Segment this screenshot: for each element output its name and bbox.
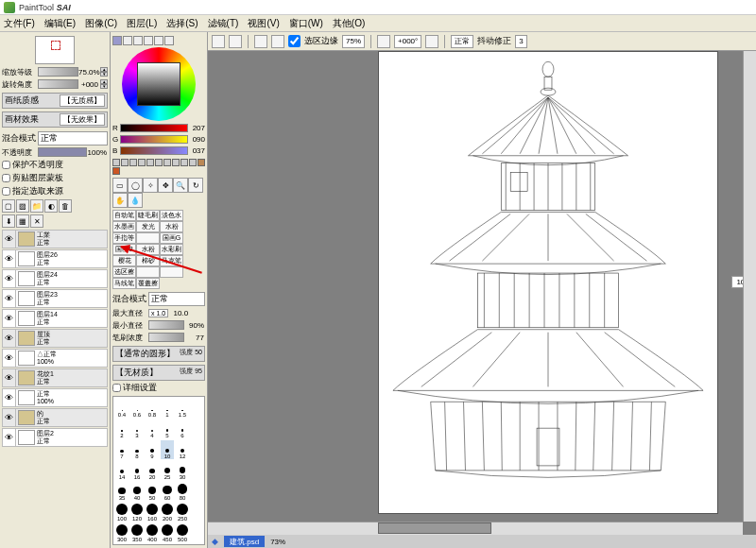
- new-vector-layer-button[interactable]: ▨: [16, 199, 29, 213]
- density-slider[interactable]: 笔刷浓度 77: [112, 332, 205, 343]
- navigator-thumbnail[interactable]: [35, 36, 75, 64]
- brush-preset[interactable]: 淡色水: [160, 210, 183, 221]
- v-scrollbar[interactable]: [743, 51, 756, 522]
- merge-down-button[interactable]: ⬇: [2, 214, 15, 228]
- brush-size-cell[interactable]: 120: [130, 503, 144, 522]
- visibility-icon[interactable]: 👁: [3, 369, 16, 386]
- min-size-slider[interactable]: 最小直径 90%: [112, 319, 205, 331]
- brush-preset[interactable]: [160, 266, 183, 278]
- brush-size-cell[interactable]: 350: [130, 523, 144, 542]
- brush-size-cell[interactable]: 500: [176, 523, 189, 542]
- swatches[interactable]: [112, 159, 205, 175]
- brush-size-cell[interactable]: 100: [115, 503, 129, 522]
- brush-preset[interactable]: 樱花: [112, 255, 136, 266]
- brush-size-cell[interactable]: 20: [146, 461, 159, 480]
- visibility-icon[interactable]: 👁: [3, 250, 16, 267]
- brush-size-cell[interactable]: 1.5: [176, 399, 189, 418]
- paper-texture-row[interactable]: 画纸质感 【无质感】: [2, 93, 108, 109]
- layer-item[interactable]: 👁花纹1正常: [2, 368, 108, 387]
- new-folder-button[interactable]: 📁: [30, 199, 43, 213]
- rotate-tool[interactable]: ↻: [188, 178, 203, 193]
- wand-tool[interactable]: ✧: [143, 178, 158, 193]
- brush-size-cell[interactable]: 60: [161, 482, 174, 501]
- brush-size-cell[interactable]: 1: [161, 399, 174, 418]
- visibility-icon[interactable]: 👁: [3, 330, 16, 347]
- layer-item[interactable]: 👁△正常100%: [2, 349, 108, 368]
- clip-mask-checkbox[interactable]: 剪贴图层蒙板: [2, 172, 108, 184]
- angle-field[interactable]: +000°: [394, 35, 421, 48]
- brush-size-cell[interactable]: 25: [161, 461, 174, 480]
- canvas[interactable]: [378, 51, 718, 514]
- brush-size-cell[interactable]: 5: [161, 420, 174, 438]
- brush-size-cell[interactable]: 9: [146, 440, 159, 459]
- brush-size-cell[interactable]: 160: [146, 503, 159, 522]
- layer-item[interactable]: 👁图层24正常: [2, 269, 108, 288]
- new-layer-button[interactable]: ▢: [2, 199, 15, 213]
- brush-size-cell[interactable]: 50: [146, 482, 159, 501]
- visibility-icon[interactable]: 👁: [3, 231, 16, 248]
- brush-size-cell[interactable]: 2: [115, 420, 129, 438]
- color-tab-4[interactable]: [144, 36, 153, 45]
- delete-layer-button[interactable]: 🗑: [59, 199, 72, 213]
- brush-size-cell[interactable]: 40: [130, 482, 144, 501]
- brush-preset[interactable]: 水粉: [160, 221, 183, 232]
- visibility-icon[interactable]: 👁: [3, 270, 16, 287]
- lasso-tool[interactable]: ◯: [128, 178, 143, 193]
- g-slider[interactable]: G090: [112, 134, 205, 145]
- brush-preset[interactable]: 国画G: [160, 232, 183, 244]
- sel-edge-value[interactable]: 75%: [342, 35, 365, 48]
- brush-size-cell[interactable]: 6: [176, 420, 189, 438]
- select-source-checkbox[interactable]: 指定选取来源: [2, 185, 108, 197]
- layer-item[interactable]: 👁图层23正常: [2, 289, 108, 308]
- mask-button[interactable]: ◐: [44, 199, 58, 213]
- layer-item[interactable]: 👁图层2正常: [2, 428, 108, 447]
- flatten-button[interactable]: ▦: [16, 214, 29, 228]
- brush-size-cell[interactable]: 0.4: [115, 399, 129, 418]
- visibility-icon[interactable]: 👁: [3, 409, 16, 426]
- color-tab-2[interactable]: [123, 36, 132, 45]
- menu-select[interactable]: 选择(S): [166, 17, 198, 30]
- menu-layer[interactable]: 图层(L): [127, 17, 157, 30]
- menu-filter[interactable]: 滤镜(T): [208, 17, 239, 30]
- b-slider[interactable]: B037: [112, 146, 205, 156]
- flip-h-button[interactable]: [377, 35, 390, 48]
- canvas-mode[interactable]: 正常: [451, 35, 473, 48]
- brush-size-cell[interactable]: 0.8: [146, 399, 159, 418]
- menu-window[interactable]: 窗口(W): [289, 17, 323, 30]
- brush-preset[interactable]: 覆盖擦: [136, 278, 160, 289]
- brush-size-cell[interactable]: 16: [130, 461, 144, 480]
- brush-blend-row[interactable]: 混合模式 正常: [112, 292, 205, 306]
- brush-preset[interactable]: 自动笔: [112, 210, 136, 221]
- brush-preset[interactable]: 睫毛刷: [136, 210, 160, 221]
- paper-effect-row[interactable]: 画材效果 【无效果】: [2, 111, 108, 128]
- color-tab-5[interactable]: [154, 36, 163, 45]
- brush-size-cell[interactable]: 3: [130, 420, 144, 438]
- brush-preset[interactable]: 水墨画: [112, 221, 136, 232]
- menu-other[interactable]: 其他(O): [333, 17, 365, 30]
- color-tab-3[interactable]: [133, 36, 143, 45]
- visibility-icon[interactable]: 👁: [3, 350, 16, 367]
- invert-button[interactable]: [271, 35, 284, 48]
- brush-size-cell[interactable]: 80: [176, 482, 189, 501]
- brush-size-cell[interactable]: 400: [146, 523, 159, 542]
- undo-button[interactable]: [212, 35, 225, 48]
- brush-size-cell[interactable]: 30: [176, 461, 189, 480]
- brush-size-cell[interactable]: 14: [115, 461, 129, 480]
- redo-button[interactable]: [229, 35, 242, 48]
- brush-size-cell[interactable]: 4: [146, 420, 159, 438]
- detail-checkbox[interactable]: 详细设置: [112, 382, 205, 394]
- brush-size-cell[interactable]: 300: [115, 523, 129, 542]
- brush-size-cell[interactable]: 10: [161, 440, 174, 459]
- layer-item[interactable]: 👁工業正常: [2, 230, 108, 248]
- rotate-slider[interactable]: 旋转角度 +000 ▴▾: [2, 78, 108, 90]
- brush-size-cell[interactable]: 450: [161, 523, 174, 542]
- zoom-tool[interactable]: 🔍: [173, 178, 188, 193]
- brush-preset[interactable]: 选区擦: [112, 266, 136, 278]
- brush-preset[interactable]: 发光: [136, 221, 160, 232]
- zoom-slider[interactable]: 缩放等级 75.0% ▴▾: [2, 66, 108, 77]
- menu-edit[interactable]: 编辑(E): [44, 17, 76, 30]
- color-tab-1[interactable]: [112, 36, 122, 45]
- menu-image[interactable]: 图像(C): [85, 17, 117, 30]
- select-tool[interactable]: ▭: [112, 178, 128, 193]
- reset-view-button[interactable]: [425, 35, 438, 48]
